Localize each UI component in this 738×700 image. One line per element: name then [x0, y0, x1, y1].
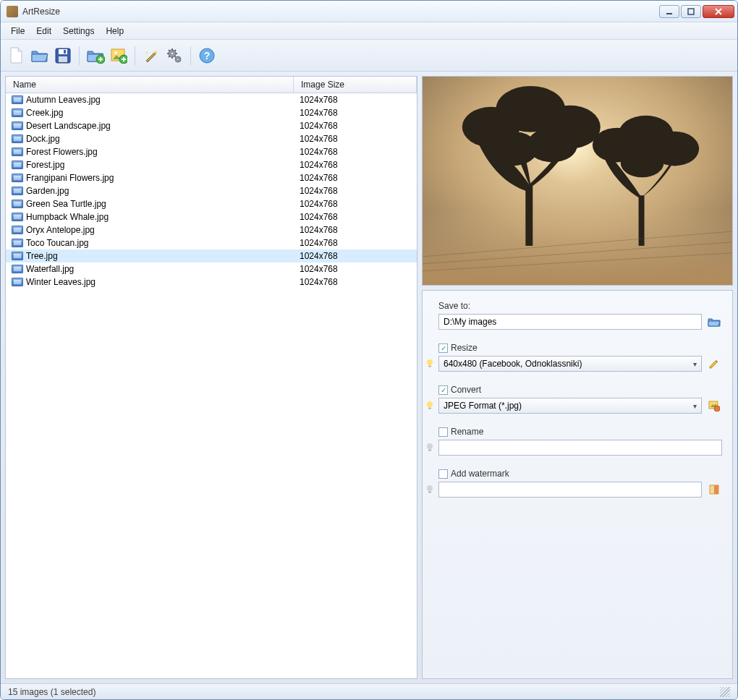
svg-point-29	[621, 149, 664, 178]
settings-button[interactable]	[164, 46, 184, 66]
right-pane: Save to: ✓ Resize	[422, 76, 733, 679]
close-button[interactable]	[703, 5, 734, 18]
open-folder-icon	[30, 48, 49, 64]
file-name: Frangipani Flowers.jpg	[26, 173, 114, 183]
add-image-button[interactable]	[109, 46, 129, 66]
file-name: Garden.jpg	[26, 186, 69, 196]
statusbar: 15 images (1 selected)	[1, 683, 737, 699]
menu-edit[interactable]: Edit	[32, 25, 56, 38]
bulb-icon	[425, 443, 434, 451]
save-to-group: Save to:	[438, 301, 722, 330]
file-size: 1024x768	[294, 250, 417, 262]
image-file-icon	[12, 265, 23, 273]
watermark-input[interactable]	[438, 482, 702, 498]
image-preview	[422, 76, 733, 286]
minimize-button[interactable]	[659, 5, 679, 18]
window-buttons	[659, 5, 734, 18]
add-folder-button[interactable]	[85, 46, 106, 66]
rename-label: Rename	[451, 427, 483, 437]
bulb-icon	[425, 485, 434, 493]
maximize-button[interactable]	[681, 5, 701, 18]
status-text: 15 images (1 selected)	[8, 687, 96, 697]
svg-point-8	[114, 51, 117, 54]
file-size: 1024x768	[294, 159, 417, 171]
menu-settings[interactable]: Settings	[59, 25, 98, 38]
image-file-icon	[12, 226, 23, 234]
effects-button[interactable]	[141, 46, 161, 66]
help-button[interactable]: ?	[197, 46, 217, 66]
file-row[interactable]: Autumn Leaves.jpg1024x768	[6, 93, 417, 106]
file-size: 1024x768	[294, 133, 417, 145]
image-file-icon	[12, 135, 23, 143]
new-file-button[interactable]	[7, 46, 27, 66]
help-icon: ?	[198, 47, 216, 64]
file-name: Winter Leaves.jpg	[26, 277, 96, 287]
svg-rect-4	[59, 56, 67, 62]
save-to-label: Save to:	[438, 301, 722, 311]
resize-select[interactable]: 640x480 (Facebook, Odnoklassniki)	[438, 356, 702, 372]
save-to-input[interactable]	[438, 314, 702, 330]
column-size[interactable]: Image Size	[294, 77, 417, 93]
open-folder-button[interactable]	[30, 46, 50, 66]
browse-folder-button[interactable]	[706, 314, 722, 330]
svg-point-24	[527, 128, 577, 163]
resize-edit-button[interactable]	[706, 356, 722, 372]
resize-checkbox[interactable]: ✓	[438, 343, 448, 353]
window-title: ArtResize	[22, 7, 659, 17]
convert-settings-button[interactable]	[706, 398, 722, 414]
file-name: Forest Flowers.jpg	[26, 147, 98, 157]
wand-icon	[143, 47, 160, 64]
file-list[interactable]: Autumn Leaves.jpg1024x768Creek.jpg1024x7…	[6, 93, 417, 678]
resize-grip[interactable]	[720, 687, 730, 697]
image-file-icon	[12, 213, 23, 221]
file-row[interactable]: Winter Leaves.jpg1024x768	[6, 276, 417, 289]
svg-rect-25	[639, 195, 645, 246]
file-size: 1024x768	[294, 94, 417, 106]
watermark-checkbox[interactable]	[438, 469, 448, 479]
file-row[interactable]: Garden.jpg1024x768	[6, 184, 417, 197]
file-size: 1024x768	[294, 211, 417, 223]
file-row[interactable]: Forest.jpg1024x768	[6, 158, 417, 171]
file-row[interactable]: Tree.jpg1024x768	[6, 249, 417, 262]
app-icon	[7, 6, 18, 17]
convert-checkbox[interactable]: ✓	[438, 385, 448, 395]
save-button[interactable]	[53, 46, 73, 66]
bulb-icon	[425, 401, 434, 409]
svg-point-13	[177, 58, 179, 60]
file-row[interactable]: Dock.jpg1024x768	[6, 132, 417, 145]
file-row[interactable]: Waterfall.jpg1024x768	[6, 262, 417, 276]
pencil-icon	[708, 358, 720, 370]
file-name: Oryx Antelope.jpg	[26, 225, 95, 235]
file-row[interactable]: Humpback Whale.jpg1024x768	[6, 210, 417, 223]
save-icon	[54, 47, 72, 64]
svg-rect-5	[64, 50, 66, 54]
file-row[interactable]: Toco Toucan.jpg1024x768	[6, 236, 417, 249]
image-file-icon	[12, 121, 23, 130]
rename-input[interactable]	[438, 440, 722, 456]
file-name: Dock.jpg	[26, 134, 60, 144]
image-file-icon	[12, 161, 23, 169]
add-folder-icon	[86, 48, 105, 64]
add-image-icon	[110, 48, 127, 64]
column-name[interactable]: Name	[6, 77, 294, 93]
file-row[interactable]: Forest Flowers.jpg1024x768	[6, 145, 417, 158]
toolbar: ?	[1, 40, 737, 72]
menu-help[interactable]: Help	[101, 25, 128, 38]
file-row[interactable]: Oryx Antelope.jpg1024x768	[6, 223, 417, 236]
menu-file[interactable]: File	[7, 25, 29, 38]
image-file-icon	[12, 95, 23, 104]
image-file-icon	[12, 187, 23, 195]
file-row[interactable]: Creek.jpg1024x768	[6, 106, 417, 119]
new-file-icon	[9, 46, 25, 65]
file-row[interactable]: Frangipani Flowers.jpg1024x768	[6, 171, 417, 184]
svg-rect-19	[525, 184, 533, 246]
watermark-browse-button[interactable]	[706, 482, 722, 498]
rename-checkbox[interactable]	[438, 427, 448, 437]
titlebar: ArtResize	[1, 1, 737, 22]
convert-select[interactable]: JPEG Format (*.jpg)	[438, 398, 702, 414]
toolbar-separator	[135, 46, 135, 65]
image-file-icon	[12, 278, 23, 286]
file-row[interactable]: Green Sea Turtle.jpg1024x768	[6, 197, 417, 210]
file-name: Humpback Whale.jpg	[26, 212, 109, 222]
file-row[interactable]: Desert Landscape.jpg1024x768	[6, 119, 417, 132]
